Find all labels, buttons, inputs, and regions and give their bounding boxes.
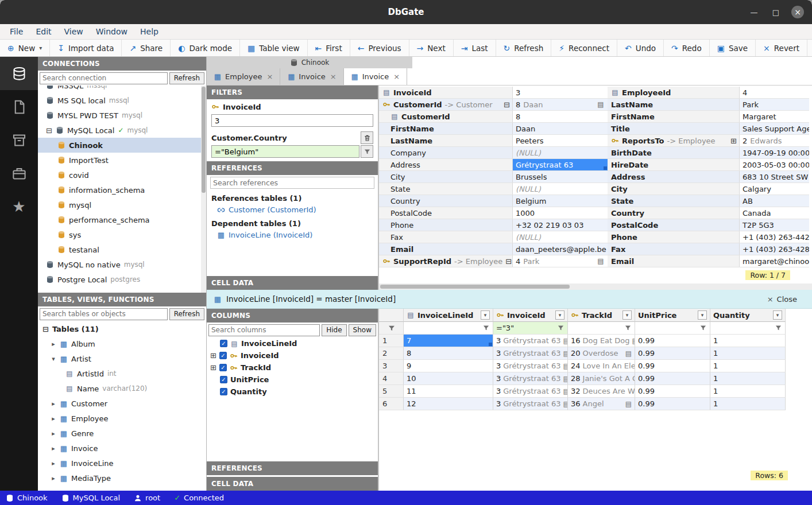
close-tab-icon[interactable]: × xyxy=(330,72,337,81)
tree-table-mediatype[interactable]: ▸▦MediaType xyxy=(38,471,206,485)
grid-cell[interactable]: 3Grétrystraat 63▤ xyxy=(493,398,568,410)
form-field-value[interactable]: Sales Support Agent xyxy=(740,123,809,134)
form-field-value[interactable]: daan_peeters@apple.be xyxy=(513,243,608,255)
column-header-invoicelineid[interactable]: ▤InvoiceLineId▾ xyxy=(404,309,493,322)
grid-cell[interactable]: 9 xyxy=(404,360,493,372)
checkbox-checked[interactable]: ✓ xyxy=(219,364,227,371)
grid-cell[interactable]: 1 xyxy=(710,360,786,372)
tree-column-artistid[interactable]: ▤ArtistIdint xyxy=(38,366,206,381)
open-detail-icon[interactable]: ▤ xyxy=(563,387,568,395)
form-field-value[interactable]: 683 10 Street SW xyxy=(740,171,809,182)
connections-scrollbar[interactable] xyxy=(201,86,206,293)
grid-cell[interactable]: 24Love In An Elevator▤ xyxy=(568,360,635,372)
column-menu-button[interactable]: ▾ xyxy=(622,310,632,320)
grid-cell[interactable]: 3Grétrystraat 63▤ xyxy=(493,360,568,372)
tables-refresh-button[interactable]: Refresh xyxy=(169,308,204,320)
connection-item-mysql-no-native[interactable]: MySQL no nativemysql xyxy=(38,257,206,272)
search-tables-input[interactable] xyxy=(40,308,168,320)
grid-cell[interactable]: 20Overdose▤ xyxy=(568,347,635,360)
form-field-value[interactable]: AB xyxy=(740,195,809,207)
grid-cell[interactable]: 16Dog Eat Dog▤ xyxy=(568,335,635,347)
open-detail-icon[interactable]: ▤ xyxy=(563,375,568,383)
search-connection-input[interactable] xyxy=(40,72,168,84)
filter-icon[interactable] xyxy=(557,324,564,332)
toolbar-share-button[interactable]: ↗Share xyxy=(122,40,171,56)
tab-invoice-2[interactable]: ▦Invoice× xyxy=(344,68,407,85)
minimize-button[interactable]: — xyxy=(748,6,760,18)
form-field-value[interactable]: Calgary xyxy=(740,183,809,195)
database-item-testanal[interactable]: testanal xyxy=(38,242,206,257)
column-header-invoiceid[interactable]: InvoiceId▾ xyxy=(493,309,568,322)
sidebar-item-plugins[interactable] xyxy=(0,157,38,190)
column-check-item-quantity[interactable]: ✓Quantity xyxy=(207,386,378,398)
clear-filters-icon[interactable] xyxy=(379,322,404,335)
tree-table-invoiceline[interactable]: ▸▦InvoiceLine xyxy=(38,456,206,471)
filter-value-input[interactable] xyxy=(211,114,373,127)
connection-item-mssql[interactable]: MSSQLmssql xyxy=(38,86,206,93)
grid-cell[interactable]: 3Grétrystraat 63▤ xyxy=(493,372,568,385)
tree-folder-tables-11-[interactable]: ⊟Tables (11) xyxy=(38,321,206,336)
form-field-value[interactable]: +32 02 219 03 03 xyxy=(513,219,608,231)
checkbox-checked[interactable]: ✓ xyxy=(220,340,227,347)
form-field-value[interactable]: 8 xyxy=(513,111,608,122)
connection-item-mysl-pwd-test[interactable]: MYSL PWD TESTmysql xyxy=(38,108,206,123)
form-field-value[interactable]: T2P 5G3 xyxy=(740,219,809,231)
form-field-value[interactable]: 4 xyxy=(740,87,809,98)
toolbar-previous-button[interactable]: ←Previous xyxy=(350,40,409,56)
database-item-performance-schema[interactable]: performance_schema xyxy=(38,212,206,227)
collapse-icon[interactable]: ⊟ xyxy=(504,101,510,108)
form-field-value[interactable]: 8Daan▤ xyxy=(513,99,608,110)
grid-cell[interactable]: 1 xyxy=(710,398,786,410)
column-check-item-invoiceid[interactable]: ⊞✓InvoiceId xyxy=(207,349,378,362)
status-user[interactable]: root xyxy=(134,494,160,502)
tree-column-name[interactable]: ▤Namevarchar(120) xyxy=(38,381,206,396)
grid-cell[interactable]: 0.99 xyxy=(635,398,710,410)
grid-cell[interactable]: 0.99 xyxy=(635,385,710,398)
toolbar-last-button[interactable]: ⇥Last xyxy=(454,40,496,56)
checkbox-checked[interactable]: ✓ xyxy=(220,388,227,395)
column-menu-button[interactable]: ▾ xyxy=(698,310,707,320)
database-item-importtest[interactable]: ImportTest xyxy=(38,153,206,168)
open-lookup-icon[interactable]: ▤ xyxy=(597,100,605,108)
scrollbar-thumb[interactable] xyxy=(380,285,570,289)
form-field-value[interactable]: (NULL) xyxy=(513,147,608,158)
sidebar-item-archive[interactable] xyxy=(0,123,38,157)
grid-cell[interactable]: 28Janie's Got A Gun▤ xyxy=(568,372,635,385)
connection-item-ms-sql-local[interactable]: MS SQL localmssql xyxy=(38,93,206,108)
remove-filter-button[interactable] xyxy=(361,131,373,144)
filter-icon[interactable] xyxy=(775,324,782,332)
grid-cell[interactable]: 0.99 xyxy=(635,372,710,385)
close-tab-icon[interactable]: × xyxy=(393,72,400,81)
scrollbar-thumb[interactable] xyxy=(202,87,206,193)
column-header-trackid[interactable]: TrackId▾ xyxy=(568,309,635,322)
form-field-value[interactable]: 2003-05-03 00:00:00 xyxy=(740,159,809,170)
grid-cell[interactable]: 3Grétrystraat 63▤ xyxy=(493,347,568,360)
horizontal-scrollbar[interactable] xyxy=(379,283,812,290)
toolbar-next-button[interactable]: →Next xyxy=(409,40,454,56)
checkbox-checked[interactable]: ✓ xyxy=(219,352,227,359)
status-status[interactable]: ✓Connected xyxy=(174,494,224,502)
grid-cell[interactable]: 1 xyxy=(710,372,786,385)
form-field-value[interactable]: Brussels xyxy=(513,171,608,182)
grid-cell[interactable]: 1 xyxy=(710,335,786,347)
database-item-covid[interactable]: covid xyxy=(38,168,206,182)
grid-cell[interactable]: 0.99 xyxy=(635,347,710,360)
form-field-value[interactable]: 1000 xyxy=(513,207,608,219)
grid-cell[interactable]: 12 xyxy=(404,398,493,410)
collapse-icon[interactable]: ⊟ xyxy=(42,325,49,333)
form-field-value[interactable]: Belgium xyxy=(513,195,608,207)
grid-cell[interactable]: 1 xyxy=(710,385,786,398)
column-header-quantity[interactable]: Quantity▾ xyxy=(710,309,786,322)
column-menu-button[interactable]: ▾ xyxy=(481,310,490,320)
database-item-chinook[interactable]: Chinook xyxy=(38,138,206,153)
tab-invoice-1[interactable]: ▦Invoice× xyxy=(280,68,343,85)
sidebar-item-connections[interactable] xyxy=(0,57,38,90)
open-detail-icon[interactable]: ▤ xyxy=(625,400,632,408)
collapse-icon[interactable]: ⊟ xyxy=(505,258,512,265)
toolbar-first-button[interactable]: ⇤First xyxy=(308,40,350,56)
filter-icon[interactable] xyxy=(624,324,632,332)
toolbar-revert-button[interactable]: ×Revert xyxy=(756,40,807,56)
grid-cell[interactable]: 3Grétrystraat 63▤ xyxy=(493,385,568,398)
sidebar-item-favorites[interactable]: ★ xyxy=(0,190,38,223)
menu-help[interactable]: Help xyxy=(134,27,165,36)
